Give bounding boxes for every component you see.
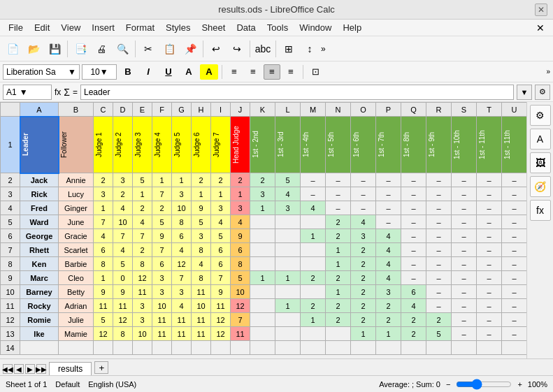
cell-P3[interactable]: – — [376, 187, 401, 201]
cell-D7[interactable]: 4 — [113, 243, 133, 257]
cell-M3[interactable]: – — [301, 187, 326, 201]
cell-B7[interactable]: Scarlet — [59, 243, 94, 257]
add-sheet-button[interactable]: + — [94, 361, 108, 374]
cell-K11[interactable] — [250, 299, 275, 313]
cell-L8[interactable] — [275, 257, 301, 271]
cell-L3[interactable]: 4 — [275, 187, 301, 201]
col-header-E[interactable]: E — [133, 103, 152, 117]
cell-K12[interactable] — [250, 313, 275, 327]
menu-window[interactable]: Window — [294, 21, 337, 34]
cell-D8[interactable]: 5 — [113, 257, 133, 271]
tab-last-button[interactable]: ▶▶ — [36, 364, 46, 374]
undo-button[interactable]: ↩ — [206, 39, 226, 59]
cell-Q9[interactable]: – — [401, 271, 426, 285]
cell-S9[interactable]: – — [452, 271, 477, 285]
col-header-M[interactable]: M — [301, 103, 326, 117]
cell-I10[interactable]: 9 — [211, 285, 231, 299]
zoom-in-icon[interactable]: + — [517, 380, 522, 389]
cell-T8[interactable]: – — [477, 257, 502, 271]
cell-F7[interactable]: 7 — [152, 243, 172, 257]
cell-I12[interactable]: 12 — [211, 313, 231, 327]
cell-U3[interactable]: – — [502, 187, 527, 201]
cell-L13[interactable] — [275, 327, 301, 341]
cell-A8[interactable]: Ken — [20, 257, 59, 271]
cell-U6[interactable]: – — [502, 229, 527, 243]
cell-A6[interactable]: George — [20, 229, 59, 243]
cell-E6[interactable]: 7 — [133, 229, 152, 243]
cell-J6[interactable]: 9 — [231, 229, 250, 243]
cell-T9[interactable]: – — [477, 271, 502, 285]
cell-S8[interactable]: – — [452, 257, 477, 271]
cell-O10[interactable]: 2 — [351, 285, 376, 299]
cell-G1[interactable]: Judge 5 — [172, 117, 192, 173]
cell-I11[interactable]: 11 — [211, 299, 231, 313]
cell-K4[interactable]: 1 — [250, 201, 275, 215]
merge-cells-button[interactable]: ⊡ — [307, 64, 324, 80]
italic-button[interactable]: I — [139, 64, 157, 80]
cell-S6[interactable]: – — [452, 229, 477, 243]
zoom-out-icon[interactable]: − — [446, 380, 450, 389]
cell-M8[interactable] — [301, 257, 326, 271]
cell-F14[interactable] — [152, 341, 172, 355]
cell-F4[interactable]: 2 — [152, 201, 172, 215]
format-bar-more[interactable]: » — [546, 68, 550, 75]
cell-R7[interactable]: – — [426, 243, 452, 257]
cell-R9[interactable]: – — [426, 271, 452, 285]
cell-I7[interactable]: 6 — [211, 243, 231, 257]
cell-T12[interactable]: – — [477, 313, 502, 327]
cell-C2[interactable]: 2 — [94, 173, 113, 187]
cell-L11[interactable]: 1 — [275, 299, 301, 313]
cell-P1[interactable]: 1st - 7th — [376, 117, 401, 173]
cell-B2[interactable]: Annie — [59, 173, 94, 187]
cell-B12[interactable]: Julie — [59, 313, 94, 327]
copy-button[interactable]: 📋 — [159, 39, 179, 59]
cell-G10[interactable]: 3 — [172, 285, 192, 299]
cell-F11[interactable]: 10 — [152, 299, 172, 313]
row-header-8[interactable]: 8 — [1, 257, 20, 271]
cell-L7[interactable] — [275, 243, 301, 257]
paste-button[interactable]: 📌 — [180, 39, 200, 59]
cell-J2[interactable]: 2 — [231, 173, 250, 187]
cell-O11[interactable]: 2 — [351, 299, 376, 313]
cell-Q1[interactable]: 1st - 8th — [401, 117, 426, 173]
cell-R2[interactable]: – — [426, 173, 452, 187]
cell-Q4[interactable]: – — [401, 201, 426, 215]
cell-U10[interactable]: – — [502, 285, 527, 299]
cell-J13[interactable]: 11 — [231, 327, 250, 341]
cell-E14[interactable] — [133, 341, 152, 355]
cell-T1[interactable]: 1st - 11th — [477, 117, 502, 173]
cell-D11[interactable]: 11 — [113, 299, 133, 313]
cell-D12[interactable]: 12 — [113, 313, 133, 327]
cell-H2[interactable]: 2 — [192, 173, 211, 187]
cell-A7[interactable]: Rhett — [20, 243, 59, 257]
align-right-button[interactable]: ≡ — [264, 64, 280, 80]
cell-D1[interactable]: Judge 2 — [113, 117, 133, 173]
cell-D14[interactable] — [113, 341, 133, 355]
cell-F12[interactable]: 11 — [152, 313, 172, 327]
cell-G11[interactable]: 4 — [172, 299, 192, 313]
cell-C9[interactable]: 1 — [94, 271, 113, 285]
cell-S11[interactable]: – — [452, 299, 477, 313]
cell-U4[interactable]: – — [502, 201, 527, 215]
cell-B14[interactable] — [59, 341, 94, 355]
cell-O14[interactable] — [351, 341, 376, 355]
cell-O13[interactable]: 1 — [351, 327, 376, 341]
align-left-button[interactable]: ≡ — [226, 64, 243, 80]
cell-B11[interactable]: Adrian — [59, 299, 94, 313]
cell-C1[interactable]: Judge 1 — [94, 117, 113, 173]
cell-I14[interactable] — [211, 341, 231, 355]
cell-G2[interactable]: 1 — [172, 173, 192, 187]
cell-U11[interactable]: – — [502, 299, 527, 313]
export-pdf-button[interactable]: 📑 — [71, 39, 90, 59]
cell-J4[interactable]: 3 — [231, 201, 250, 215]
fontcolor-button[interactable]: A — [180, 64, 198, 80]
cell-P10[interactable]: 3 — [376, 285, 401, 299]
cell-P14[interactable] — [376, 341, 401, 355]
col-header-J[interactable]: J — [231, 103, 250, 117]
cell-D13[interactable]: 8 — [113, 327, 133, 341]
cell-K6[interactable] — [250, 229, 275, 243]
cell-I5[interactable]: 4 — [211, 215, 231, 229]
cell-A5[interactable]: Ward — [20, 215, 59, 229]
cell-U7[interactable]: – — [502, 243, 527, 257]
cell-M2[interactable]: – — [301, 173, 326, 187]
